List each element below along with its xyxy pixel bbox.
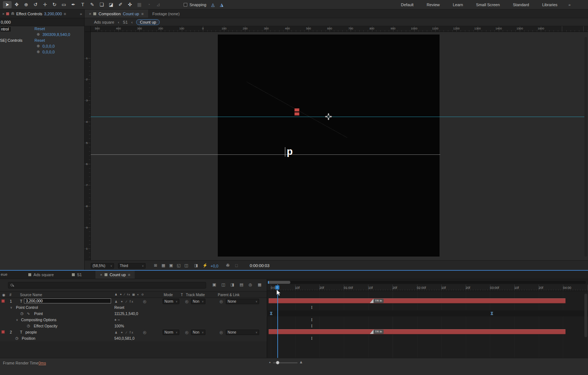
workspace-overflow-icon[interactable]: »: [568, 3, 571, 7]
snap-edges-toggle[interactable]: ◬: [209, 2, 217, 7]
workspace-small-screen[interactable]: Small Screen: [476, 3, 500, 7]
timeline-lane[interactable]: I: [267, 335, 588, 341]
eraser-tool[interactable]: ◪: [107, 1, 115, 8]
layer-marker-icon[interactable]: I: [311, 336, 313, 341]
track-matte-dropdown[interactable]: Non∨: [191, 330, 205, 335]
transparency-grid-icon[interactable]: ◫: [184, 263, 188, 268]
layer-color-chip[interactable]: [1, 330, 5, 334]
track-matte-pick-whip-icon[interactable]: ◎: [185, 299, 188, 303]
property-row[interactable]: ◷Position540,0,581,0: [0, 335, 267, 341]
time-navigator-track[interactable]: [268, 281, 586, 284]
panel-menu-icon[interactable]: ≡: [64, 12, 66, 16]
mode-dropdown[interactable]: Norm∨: [163, 330, 179, 335]
rectangle-tool[interactable]: ▭: [60, 1, 68, 8]
property-value[interactable]: 540,0,581,0: [114, 336, 134, 340]
layer-row[interactable]: 1T3,200,000♟ ✦ ∕ fx◎Norm∨◎Non∨◎None∨: [0, 298, 267, 304]
snapping-checkbox[interactable]: [184, 3, 187, 7]
close-tab-icon[interactable]: ×: [89, 12, 91, 16]
point-picker-icon[interactable]: ⊕: [37, 44, 40, 48]
roto-brush-tool[interactable]: ✐: [116, 1, 125, 8]
stopwatch-icon[interactable]: ◷: [15, 336, 19, 340]
exposure-value[interactable]: +0,0: [211, 264, 219, 268]
rotation-tool[interactable]: ↻: [50, 1, 59, 8]
point-picker-icon[interactable]: ⊕: [37, 50, 40, 54]
work-area-start-bracket[interactable]: [268, 281, 269, 284]
close-tab-icon[interactable]: ×: [100, 273, 102, 277]
layer-switches[interactable]: ♟ ✦ ∕ fx: [115, 331, 134, 334]
timeline-zoom-knob[interactable]: [276, 361, 279, 364]
viewer-scrollbar[interactable]: [584, 37, 587, 257]
hide-shy-layers-icon[interactable]: ◨: [230, 282, 234, 287]
puppet-pin-tool[interactable]: ✜: [126, 1, 134, 8]
timeline-tab-s1[interactable]: S1: [68, 271, 86, 279]
timeline-tab-ads-square[interactable]: Ads square: [24, 271, 58, 279]
snapping-toggle[interactable]: Snapping: [184, 3, 207, 7]
zoom-out-mountain-icon[interactable]: ▲: [269, 361, 271, 363]
grid-icon[interactable]: ▦: [162, 263, 165, 268]
snapshot-icon[interactable]: ✇: [226, 263, 229, 268]
keyframe-icon[interactable]: ⋈: [490, 312, 494, 315]
workspace-standard[interactable]: Standard: [513, 3, 529, 7]
effect-name-tag[interactable]: ntrol: [0, 27, 11, 32]
composition-mini-flowchart-icon[interactable]: ▣: [212, 282, 216, 287]
parent-pick-whip-icon[interactable]: ◎: [220, 299, 223, 303]
column-parent-link[interactable]: Parent & Link: [218, 293, 240, 297]
property-value[interactable]: Reset: [114, 305, 124, 310]
timeline-search-input[interactable]: [8, 282, 206, 289]
property-value[interactable]: 11125,1,540,0: [114, 311, 138, 316]
property-row[interactable]: ∨Point ControlReset: [0, 304, 267, 310]
point-value[interactable]: 0,0,0,0: [42, 44, 55, 48]
property-value[interactable]: + −: [114, 318, 120, 322]
pan-camera-tool[interactable]: ✛: [41, 1, 49, 8]
parent-pick-whip-icon[interactable]: ◎: [220, 330, 223, 334]
effect-controls-tab-bar[interactable]: × ⋒ Effect Controls 3,200,000 ≡ »: [0, 9, 84, 18]
timeline-tab-count-up[interactable]: ×Count up≡: [95, 271, 135, 279]
breadcrumb-item-active[interactable]: Count up: [136, 19, 160, 25]
zoom-in-mountain-icon[interactable]: ▲: [299, 360, 303, 364]
property-row[interactable]: ◷Effect Opacity100%: [0, 323, 267, 329]
layer-duration-bar[interactable]: TR In: [269, 298, 565, 303]
workspace-default[interactable]: Default: [401, 3, 414, 7]
current-timecode[interactable]: 0:00:00:03: [250, 263, 269, 268]
pick-whip-icon[interactable]: ◎: [143, 299, 146, 303]
timeline-lane[interactable]: I: [267, 304, 588, 310]
mode-dropdown[interactable]: Norm∨: [163, 299, 179, 304]
safe-zones-icon[interactable]: ⊞: [154, 263, 157, 268]
layer-color-chip[interactable]: [1, 299, 5, 303]
timeline-lane[interactable]: I: [267, 323, 588, 329]
close-tab-icon[interactable]: ×: [2, 12, 4, 16]
hand-tool[interactable]: ✥: [12, 1, 21, 8]
guide-line-baseline[interactable]: [91, 154, 440, 155]
point-value[interactable]: 390309,8,540,0: [42, 32, 70, 37]
zoom-tool[interactable]: ⊕: [22, 1, 30, 8]
timeline-scrollbar[interactable]: [584, 294, 587, 337]
point-picker-icon[interactable]: ⊕: [37, 32, 40, 36]
stopwatch-icon[interactable]: ◷: [27, 324, 30, 328]
anchor-point-indicator[interactable]: [324, 113, 332, 121]
workspace-review[interactable]: Review: [426, 3, 440, 7]
timeline-lane[interactable]: TR In: [267, 298, 588, 304]
resolution-dropdown[interactable]: Third ∨: [118, 263, 146, 269]
type-tool[interactable]: T: [78, 1, 87, 8]
clone-stamp-tool[interactable]: ❏: [97, 1, 106, 8]
parent-dropdown[interactable]: None∨: [226, 299, 259, 304]
vertical-ruler[interactable]: 1234567891: [85, 32, 91, 260]
tab-composition[interactable]: × Composition Count up ≡: [85, 9, 148, 18]
graph-editor-icon[interactable]: ▦: [258, 282, 261, 287]
timeline-lane[interactable]: ⋈⋈: [267, 310, 588, 316]
layer-marker-icon[interactable]: I: [311, 323, 313, 329]
frame-render-time-value[interactable]: 0ms: [38, 361, 46, 365]
track-matte-pick-whip-icon[interactable]: ◎: [185, 330, 188, 334]
column-mode[interactable]: Mode: [164, 293, 173, 297]
region-of-interest-icon[interactable]: ◱: [177, 263, 180, 268]
fast-previews-icon[interactable]: ⚡: [203, 263, 208, 268]
property-value[interactable]: 100%: [114, 324, 124, 328]
expand-caret-icon[interactable]: ∨: [10, 306, 12, 309]
render-queue-tab-clipped[interactable]: eue: [0, 271, 9, 279]
snap-features-toggle[interactable]: ◮: [218, 2, 225, 7]
reset-effect-button[interactable]: Reset: [34, 27, 45, 31]
layer-name[interactable]: 3,200,000: [24, 298, 111, 303]
layer-switches[interactable]: ♟ ✦ ∕ fx: [115, 300, 134, 303]
panel-menu-icon[interactable]: ≡: [128, 273, 130, 277]
draft-3d-icon[interactable]: ◫: [221, 282, 225, 287]
